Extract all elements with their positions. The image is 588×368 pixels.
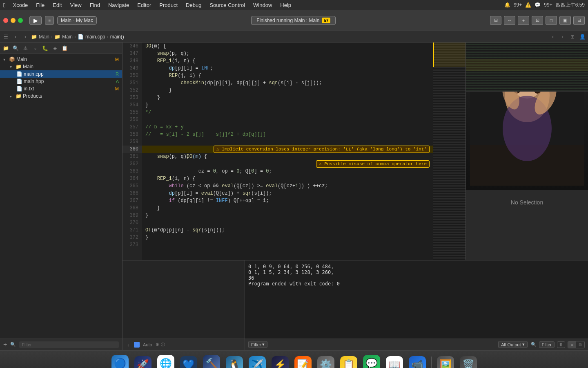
jump-to-btn[interactable]: ↓ <box>124 341 132 349</box>
filter-label: Filter <box>251 342 261 347</box>
breadcrumb-file[interactable]: main.cpp <box>85 34 105 40</box>
dock-vscode[interactable]: 💙 <box>178 354 199 368</box>
console-output: 0 1, 0 9, 0 64, 0 256, 0 484, 0 1, 1 5, … <box>245 260 588 339</box>
tree-item-mainhpp[interactable]: 📄 main.hpp A <box>0 78 122 85</box>
menu-file[interactable]: File <box>35 2 45 8</box>
breadcrumb-root[interactable]: Main <box>39 34 49 40</box>
dock-paw[interactable]: ⚡ <box>270 354 291 368</box>
dock-chrome[interactable]: 🌐 <box>155 354 176 368</box>
tree-item-main-root[interactable]: ▾ 📦 Main M <box>0 56 122 63</box>
tree-item-products[interactable]: ▸ 📁 Products <box>0 92 122 100</box>
next-issue-btn[interactable]: › <box>559 33 567 41</box>
dock-launchpad[interactable]: 🚀 <box>132 354 154 368</box>
menu-source-control[interactable]: Source Control <box>209 2 246 8</box>
info-icon[interactable]: ⓘ <box>161 342 165 348</box>
dock-finder[interactable]: 🔵 <box>109 354 131 368</box>
authors-btn[interactable]: 👤 <box>578 33 586 41</box>
menu-editor[interactable]: Editor <box>136 2 152 8</box>
editor-area: 346 347 348 349 350 351 352 353 354 355 … <box>122 43 466 260</box>
dock-preview[interactable]: 🖼️ <box>435 354 456 368</box>
layout-btn-1[interactable]: ⊞ <box>490 16 501 25</box>
settings-icon[interactable]: ⚙ <box>156 342 159 347</box>
wechat-icon: 💬 <box>535 2 541 8</box>
dock-dictionary[interactable]: 📖 <box>384 354 405 368</box>
breadcrumb-func[interactable]: main() <box>110 34 124 40</box>
filter-btn-right[interactable]: Filter <box>539 341 555 348</box>
code-minimap-inspector <box>466 43 588 92</box>
layout-btn-3[interactable]: □ <box>546 16 557 25</box>
vscode-icon: 💙 <box>180 356 197 368</box>
tree-arrow-products: ▸ <box>10 94 14 99</box>
warning-count[interactable]: 57 <box>322 18 330 23</box>
forward-btn[interactable]: › <box>21 33 29 41</box>
menu-product[interactable]: Product <box>158 2 178 8</box>
chevron-right-icon: › <box>73 18 74 22</box>
add-editor-btn[interactable]: + <box>518 16 529 25</box>
code-lines[interactable]: DO(m) { swap(p, q); REP_1(i, n) { dp[p][… <box>142 43 433 260</box>
minimize-button[interactable] <box>11 18 16 23</box>
code-line-347: swap(p, q); <box>142 50 433 57</box>
debug-console: ↓ Auto ⚙ ⓘ 0 1, 0 9, 0 64, 0 256, 0 484,… <box>122 260 588 350</box>
continue-btn[interactable] <box>134 342 140 348</box>
output-filter-area: All Output ▾ <box>498 341 527 348</box>
trash-btn[interactable]: 🗑 <box>557 341 565 348</box>
dock-trash[interactable]: 🗑️ <box>458 354 479 368</box>
ln-370: 370 <box>122 219 142 227</box>
sidebar-warning-icon[interactable]: ⚠ <box>21 44 29 52</box>
menu-xcode[interactable]: Xcode <box>12 2 29 8</box>
dock-wechat[interactable]: 💬 <box>361 354 382 368</box>
prev-issue-btn[interactable]: ‹ <box>549 33 557 41</box>
breadcrumb-level1[interactable]: Main <box>62 34 73 40</box>
ln-361: 361 <box>122 153 142 160</box>
sidebar-test-icon[interactable]: ⬦ <box>31 44 39 52</box>
dock-zoom[interactable]: 📹 <box>407 354 428 368</box>
back-btn[interactable]: ‹ <box>11 33 20 41</box>
code-line-365: while (cz < op && eval(Q[cz]) >= eval(Q[… <box>142 182 433 190</box>
sidebar-toggle[interactable]: ☰ <box>2 33 10 41</box>
sidebar-breakpoint-icon[interactable]: ◈ <box>51 44 59 52</box>
split-view-btn[interactable]: ⊞ <box>568 33 577 41</box>
status-center: Finished running Main : Main 57 <box>100 16 487 25</box>
notification-icon[interactable]: 🔔 <box>504 2 510 8</box>
run-button[interactable]: ▶ <box>29 16 42 25</box>
ln-347: 347 <box>122 50 142 57</box>
close-button[interactable] <box>3 18 8 23</box>
layout-btn-4[interactable]: ▣ <box>559 16 571 25</box>
add-file-button[interactable]: + <box>3 341 7 348</box>
jump-bar-btn[interactable]: ↔ <box>504 16 515 25</box>
apple-menu[interactable]:  <box>3 2 5 9</box>
trash-icon: 🗑️ <box>460 356 477 368</box>
menu-find[interactable]: Find <box>89 2 101 8</box>
dock-telegram[interactable]: ✈️ <box>247 354 268 368</box>
layout-btn-2[interactable]: ⊡ <box>532 16 543 25</box>
split-view-btn-2[interactable]: ⊞ <box>576 341 584 348</box>
sidebar-search-icon[interactable]: 🔍 <box>11 44 20 52</box>
fullscreen-button[interactable] <box>18 18 23 23</box>
filter-dropdown[interactable]: Filter ▾ <box>248 341 267 348</box>
dock-sublime[interactable]: 📝 <box>292 354 314 368</box>
menu-navigate[interactable]: Navigate <box>107 2 130 8</box>
sidebar-folder-icon[interactable]: 📁 <box>2 44 10 52</box>
scheme-selector[interactable]: Main › My Mac <box>57 16 97 25</box>
tree-item-maincpp[interactable]: 📄 main.cpp R <box>0 70 122 78</box>
stop-button[interactable]: ■ <box>45 16 54 25</box>
menu-window[interactable]: Window <box>252 2 273 8</box>
dock-sysprefs[interactable]: ⚙️ <box>315 354 336 368</box>
sidebar-debug-icon[interactable]: 🐛 <box>41 44 49 52</box>
tree-item-main-folder[interactable]: ▾ 📁 Main <box>0 63 122 70</box>
menu-view[interactable]: View <box>69 2 82 8</box>
menu-edit[interactable]: Edit <box>52 2 62 8</box>
inspector-btn[interactable]: ⊟ <box>573 16 585 25</box>
dock-qq[interactable]: 🐧 <box>224 354 245 368</box>
dock-xcode[interactable]: 🔨 <box>201 354 222 368</box>
all-output-dropdown[interactable]: All Output ▾ <box>498 341 527 348</box>
tree-item-intxt[interactable]: 📄 in.txt M <box>0 85 122 92</box>
filter-input[interactable] <box>19 341 119 348</box>
menu-debug[interactable]: Debug <box>185 2 202 8</box>
list-view-btn[interactable]: ≡ <box>568 341 576 348</box>
auto-label[interactable]: Auto <box>141 342 154 347</box>
menu-help[interactable]: Help <box>279 2 292 8</box>
dock-notes[interactable]: 📋 <box>338 354 359 368</box>
sidebar-report-icon[interactable]: 📋 <box>60 44 69 52</box>
camera-view <box>466 43 588 190</box>
